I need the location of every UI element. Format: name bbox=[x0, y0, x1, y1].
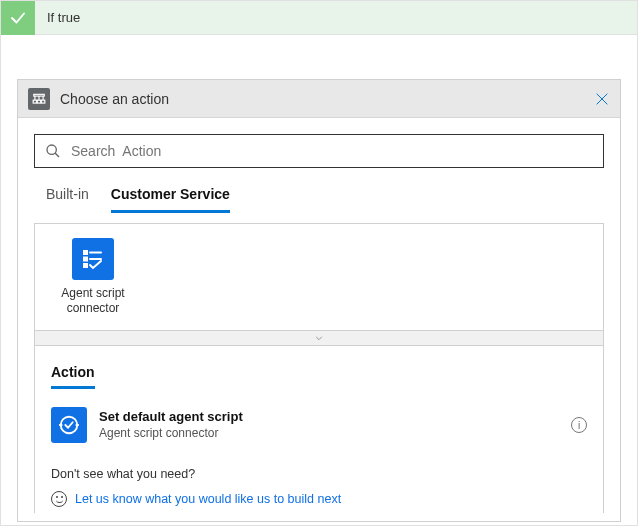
check-icon bbox=[1, 1, 35, 35]
panel-header: Choose an action bbox=[18, 80, 620, 118]
action-set-default-agent-script[interactable]: Set default agent script Agent script co… bbox=[51, 401, 587, 449]
connector-label: Agent script connector bbox=[49, 286, 137, 316]
condition-label: If true bbox=[35, 10, 80, 25]
connector-agent-script[interactable]: Agent script connector bbox=[49, 238, 137, 316]
search-icon bbox=[45, 143, 61, 159]
smiley-icon bbox=[51, 491, 67, 507]
info-icon[interactable]: i bbox=[571, 417, 587, 433]
expand-connectors-button[interactable] bbox=[34, 330, 604, 346]
connectors-list: Agent script connector bbox=[34, 223, 604, 330]
list-check-icon bbox=[72, 238, 114, 280]
close-button[interactable] bbox=[594, 91, 610, 107]
action-section-title: Action bbox=[51, 364, 95, 389]
action-subtitle: Agent script connector bbox=[99, 426, 571, 442]
search-input-wrapper[interactable] bbox=[34, 134, 604, 168]
svg-rect-15 bbox=[84, 264, 87, 267]
feedback-link[interactable]: Let us know what you would like us to bu… bbox=[75, 492, 341, 506]
footer-prompt: Don't see what you need? bbox=[51, 467, 587, 481]
action-list: Set default agent script Agent script co… bbox=[34, 395, 604, 449]
search-input[interactable] bbox=[69, 142, 593, 160]
svg-rect-5 bbox=[37, 100, 41, 103]
tab-customer-service[interactable]: Customer Service bbox=[111, 182, 230, 213]
svg-rect-13 bbox=[84, 258, 87, 261]
choose-action-panel: Choose an action Built-in Customer Servi… bbox=[17, 79, 621, 522]
tab-built-in[interactable]: Built-in bbox=[46, 182, 89, 213]
action-section: Action bbox=[34, 346, 604, 395]
svg-rect-6 bbox=[41, 100, 45, 103]
action-icon bbox=[28, 88, 50, 110]
svg-rect-0 bbox=[34, 94, 45, 96]
svg-rect-4 bbox=[33, 100, 37, 103]
action-text: Set default agent script Agent script co… bbox=[99, 409, 571, 441]
chevron-down-icon bbox=[312, 333, 326, 343]
panel-title: Choose an action bbox=[60, 91, 594, 107]
category-tabs: Built-in Customer Service bbox=[34, 182, 604, 213]
svg-point-16 bbox=[61, 417, 78, 434]
svg-rect-11 bbox=[84, 251, 87, 254]
check-circle-icon bbox=[51, 407, 87, 443]
action-title: Set default agent script bbox=[99, 409, 571, 426]
footer: Don't see what you need? Let us know wha… bbox=[34, 449, 604, 513]
condition-header: If true bbox=[1, 1, 637, 35]
svg-point-9 bbox=[47, 145, 56, 154]
svg-line-10 bbox=[55, 153, 59, 157]
